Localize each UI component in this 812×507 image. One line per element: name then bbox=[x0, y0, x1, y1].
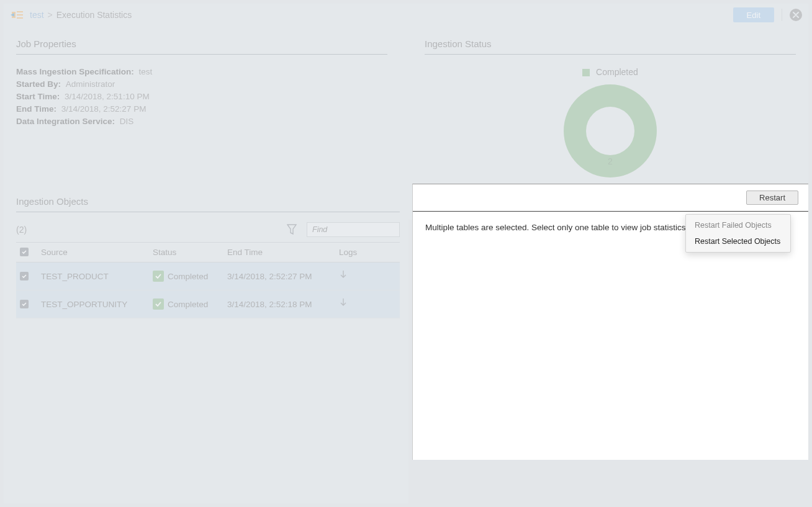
breadcrumb-bar: test > Execution Statistics Edit bbox=[4, 4, 808, 26]
cell-endtime: 3/14/2018, 2:52:27 PM bbox=[223, 262, 335, 290]
bottom-area: Ingestion Objects (2) bbox=[4, 184, 808, 460]
prop-startedby: Started By: Administrator bbox=[16, 79, 387, 89]
prop-startedby-value: Administrator bbox=[66, 79, 115, 89]
cell-endtime: 3/14/2018, 2:52:18 PM bbox=[223, 290, 335, 318]
prop-dis: Data Integration Service: DIS bbox=[16, 117, 387, 126]
prop-endtime-label: End Time: bbox=[16, 104, 56, 114]
row-checkbox[interactable] bbox=[20, 300, 29, 308]
col-logs: Logs bbox=[335, 243, 400, 262]
restart-dropdown: Restart Failed Objects Restart Selected … bbox=[685, 214, 791, 253]
row-checkbox[interactable] bbox=[20, 272, 29, 280]
cell-source: TEST_PRODUCT bbox=[37, 262, 149, 290]
multi-select-message: Multiple tables are selected. Select onl… bbox=[425, 223, 688, 232]
status-legend: Completed bbox=[425, 67, 796, 77]
status-chip: Completed bbox=[153, 271, 208, 282]
table-row[interactable]: TEST_OPPORTUNITY Completed 3/14/2018, 2:… bbox=[16, 290, 400, 318]
prop-spec-label: Mass Ingestion Specification: bbox=[16, 67, 134, 76]
edit-button[interactable]: Edit bbox=[733, 7, 774, 22]
prop-starttime: Start Time: 3/14/2018, 2:51:10 PM bbox=[16, 92, 387, 101]
prop-starttime-value: 3/14/2018, 2:51:10 PM bbox=[65, 92, 150, 101]
col-status: Status bbox=[149, 243, 223, 262]
job-properties-panel: Job Properties Mass Ingestion Specificat… bbox=[16, 38, 387, 177]
prop-endtime-value: 3/14/2018, 2:52:27 PM bbox=[61, 104, 147, 114]
details-panel: Restart Multiple tables are selected. Se… bbox=[412, 184, 808, 460]
header-divider bbox=[782, 9, 782, 21]
restart-button[interactable]: Restart bbox=[746, 191, 798, 205]
restart-selected-option[interactable]: Restart Selected Objects bbox=[686, 233, 790, 249]
filter-row: (2) bbox=[16, 222, 400, 237]
ingestion-status-title: Ingestion Status bbox=[425, 38, 796, 55]
legend-swatch-completed bbox=[582, 69, 590, 76]
ingestion-objects-title: Ingestion Objects bbox=[16, 196, 400, 212]
close-icon bbox=[793, 12, 799, 18]
check-icon bbox=[153, 298, 164, 310]
object-count: (2) bbox=[16, 225, 27, 235]
restart-failed-option[interactable]: Restart Failed Objects bbox=[686, 217, 790, 233]
ingestion-status-panel: Ingestion Status Completed 2 bbox=[425, 38, 796, 177]
select-all-checkbox[interactable] bbox=[20, 248, 29, 256]
download-log-icon[interactable] bbox=[339, 299, 348, 310]
download-log-icon[interactable] bbox=[339, 271, 348, 282]
objects-table: Source Status End Time Logs TEST_PRODUCT… bbox=[16, 242, 400, 318]
breadcrumb-link[interactable]: test bbox=[30, 10, 44, 20]
close-button[interactable] bbox=[790, 9, 802, 21]
filter-icon[interactable] bbox=[286, 223, 298, 236]
donut-value: 2 bbox=[608, 156, 613, 166]
check-icon bbox=[153, 271, 164, 282]
status-text: Completed bbox=[168, 272, 208, 281]
find-input[interactable] bbox=[307, 222, 400, 237]
svg-rect-0 bbox=[17, 11, 23, 12]
svg-rect-2 bbox=[17, 17, 23, 19]
cell-source: TEST_OPPORTUNITY bbox=[37, 290, 149, 318]
col-endtime: End Time bbox=[223, 243, 335, 262]
svg-rect-1 bbox=[17, 14, 23, 16]
ingestion-objects-panel: Ingestion Objects (2) bbox=[4, 184, 412, 460]
prop-endtime: End Time: 3/14/2018, 2:52:27 PM bbox=[16, 104, 387, 114]
prop-startedby-label: Started By: bbox=[16, 79, 61, 89]
breadcrumb-current: Execution Statistics bbox=[56, 10, 132, 20]
status-chip: Completed bbox=[153, 298, 208, 310]
prop-starttime-label: Start Time: bbox=[16, 92, 60, 101]
prop-dis-value: DIS bbox=[120, 117, 134, 126]
col-source: Source bbox=[37, 243, 149, 262]
details-header: Restart bbox=[413, 184, 808, 212]
job-properties-title: Job Properties bbox=[16, 38, 387, 55]
prop-spec: Mass Ingestion Specification: test bbox=[16, 67, 387, 76]
status-text: Completed bbox=[168, 300, 208, 309]
top-panels: Job Properties Mass Ingestion Specificat… bbox=[4, 26, 808, 184]
table-row[interactable]: TEST_PRODUCT Completed 3/14/2018, 2:52:2… bbox=[16, 262, 400, 290]
breadcrumb-separator: > bbox=[48, 10, 53, 20]
prop-spec-value: test bbox=[139, 67, 153, 76]
prop-dis-label: Data Integration Service: bbox=[16, 117, 115, 126]
spec-icon bbox=[10, 9, 25, 21]
details-body: Multiple tables are selected. Select onl… bbox=[413, 212, 808, 243]
legend-label-completed: Completed bbox=[596, 67, 638, 77]
status-donut-chart: 2 bbox=[564, 84, 657, 177]
page: test > Execution Statistics Edit Job Pro… bbox=[4, 4, 808, 503]
